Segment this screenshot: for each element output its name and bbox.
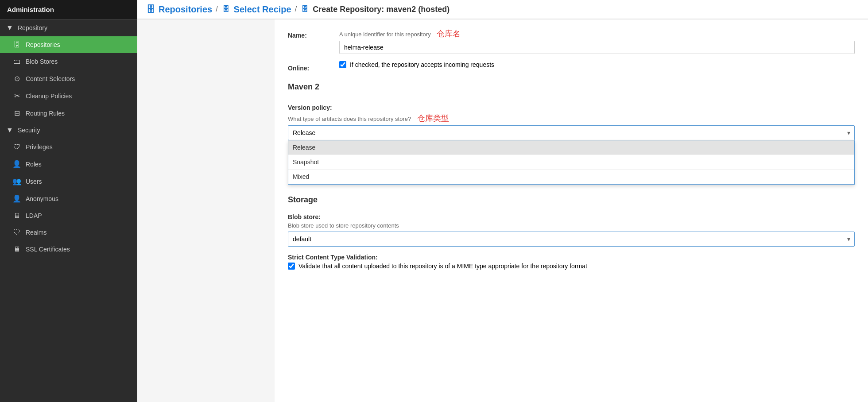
realms-icon: 🛡 [12,228,21,236]
version-policy-dropdown: Release Snapshot Mixed [288,140,855,185]
sidebar-item-anonymous[interactable]: 👤 Anonymous [0,190,137,207]
online-content: If checked, the repository accepts incom… [339,61,855,68]
ldap-icon: 🖥 [12,212,21,220]
sidebar-item-realms-label: Realms [26,229,46,236]
maven2-title: Maven 2 [288,82,855,93]
online-checkbox-row: If checked, the repository accepts incom… [339,61,855,68]
name-input[interactable] [339,41,855,54]
breadcrumb: 🗄 Repositories / 🗄 Select Recipe / 🗄 Cre… [146,4,450,15]
sidebar: Administration ▼ Repository 🗄 Repositori… [0,0,137,402]
users-icon: 👥 [12,177,21,186]
sidebar-section-repository: ▼ Repository 🗄 Repositories 🗃 Blob Store… [0,19,137,122]
blob-store-hint: Blob store used to store repository cont… [288,222,855,229]
strict-validation-hint: Validate that all content uploaded to th… [298,263,587,270]
main-content: Name: A unique identifier for this repos… [275,19,868,402]
sidebar-group-security-label: Security [18,127,40,134]
strict-validation-label: Strict Content Type Validation: [288,254,855,261]
sidebar-item-cleanup-policies-label: Cleanup Policies [26,93,72,100]
sidebar-item-privileges-label: Privileges [26,143,53,151]
routing-rules-icon: ⊟ [12,109,21,117]
sidebar-item-blob-stores[interactable]: 🗃 Blob Stores [0,53,137,70]
online-label: Online: [288,61,332,72]
sidebar-item-users[interactable]: 👥 Users [0,173,137,190]
breadcrumb-recipe-icon: 🗄 [221,5,230,13]
sidebar-item-realms[interactable]: 🛡 Realms [0,224,137,241]
sidebar-group-repository-label: Repository [18,24,47,31]
name-annotation: 仓库名 [437,29,461,38]
maven2-section: Maven 2 Version policy: What type of art… [288,82,855,185]
roles-icon: 👤 [12,160,21,168]
chevron-down-security-icon: ▼ [5,126,14,134]
strict-validation-section: Strict Content Type Validation: Validate… [288,254,855,270]
strict-validation-row: Validate that all content uploaded to th… [288,263,855,270]
blob-store-select-wrapper: default ▾ [288,232,855,247]
repositories-icon: 🗄 [12,41,21,49]
cleanup-policies-icon: ✂ [12,92,21,100]
anonymous-icon: 👤 [12,194,21,203]
sidebar-item-routing-rules-label: Routing Rules [26,110,65,117]
breadcrumb-create-icon: 🗄 [300,5,309,13]
online-row: Online: If checked, the repository accep… [288,61,855,72]
breadcrumb-repositories-label: Repositories [159,4,212,15]
dropdown-option-release[interactable]: Release [288,140,854,155]
sidebar-item-roles-label: Roles [26,161,42,168]
strict-validation-checkbox[interactable] [288,263,295,270]
sidebar-item-anonymous-label: Anonymous [26,195,58,202]
sidebar-item-privileges[interactable]: 🛡 Privileges [0,139,137,155]
version-policy-select[interactable]: Release Snapshot Mixed [288,125,855,140]
breadcrumb-repositories[interactable]: Repositories [159,4,212,15]
ssl-icon: 🖥 [12,245,21,253]
sidebar-item-blob-stores-label: Blob Stores [26,58,58,65]
blob-stores-icon: 🗃 [12,58,21,66]
version-policy-label: Version policy: [288,100,332,111]
privileges-icon: 🛡 [12,143,21,151]
storage-title: Storage [288,195,855,206]
online-hint: If checked, the repository accepts incom… [350,61,494,68]
sidebar-item-ldap-label: LDAP [26,212,42,219]
name-hint: A unique identifier for this repository … [339,28,855,39]
chevron-down-icon: ▼ [5,24,14,32]
sidebar-section-security: ▼ Security 🛡 Privileges 👤 Roles 👥 Users … [0,122,137,258]
sidebar-item-repositories[interactable]: 🗄 Repositories [0,36,137,53]
sidebar-header: Administration [0,0,137,19]
dropdown-option-mixed[interactable]: Mixed [288,170,854,184]
breadcrumb-sep2: / [295,5,297,13]
sidebar-item-content-selectors[interactable]: ⊙ Content Selectors [0,70,137,87]
version-policy-annotation: 仓库类型 [417,114,449,123]
sidebar-item-ssl-label: SSL Certificates [26,246,70,253]
dropdown-option-snapshot[interactable]: Snapshot [288,155,854,170]
online-checkbox[interactable] [339,61,346,68]
sidebar-item-repositories-label: Repositories [26,41,60,48]
blob-store-label: Blob store: [288,213,855,220]
version-policy-hint: What type of artifacts does this reposit… [288,113,855,124]
name-row: Name: A unique identifier for this repos… [288,28,855,54]
sidebar-item-roles[interactable]: 👤 Roles [0,155,137,173]
content-selectors-icon: ⊙ [12,74,21,83]
breadcrumb-select-recipe[interactable]: Select Recipe [234,4,291,15]
sidebar-item-cleanup-policies[interactable]: ✂ Cleanup Policies [0,87,137,104]
blob-store-select[interactable]: default [288,232,855,247]
sidebar-title: Administration [7,6,54,13]
topbar: 🗄 Repositories / 🗄 Select Recipe / 🗄 Cre… [137,0,868,19]
sidebar-item-ssl-certificates[interactable]: 🖥 SSL Certificates [0,241,137,258]
breadcrumb-sep1: / [216,5,217,13]
breadcrumb-select-recipe-label: Select Recipe [234,4,291,15]
name-content: A unique identifier for this repository … [339,28,855,54]
storage-section: Storage Blob store: Blob store used to s… [288,195,855,270]
breadcrumb-create-repo: Create Repository: maven2 (hosted) [313,5,450,14]
sidebar-item-users-label: Users [26,178,42,185]
sidebar-group-repository[interactable]: ▼ Repository [0,19,137,36]
sidebar-item-routing-rules[interactable]: ⊟ Routing Rules [0,104,137,122]
name-section: Name: A unique identifier for this repos… [288,28,855,72]
sidebar-item-content-selectors-label: Content Selectors [26,75,75,82]
version-policy-select-wrapper: Release Snapshot Mixed ▾ [288,125,855,140]
sidebar-group-security[interactable]: ▼ Security [0,122,137,139]
sidebar-item-ldap[interactable]: 🖥 LDAP [0,207,137,224]
breadcrumb-repositories-icon: 🗄 [146,4,155,15]
name-label: Name: [288,28,332,39]
breadcrumb-create-repo-label: Create Repository: maven2 (hosted) [313,5,450,14]
